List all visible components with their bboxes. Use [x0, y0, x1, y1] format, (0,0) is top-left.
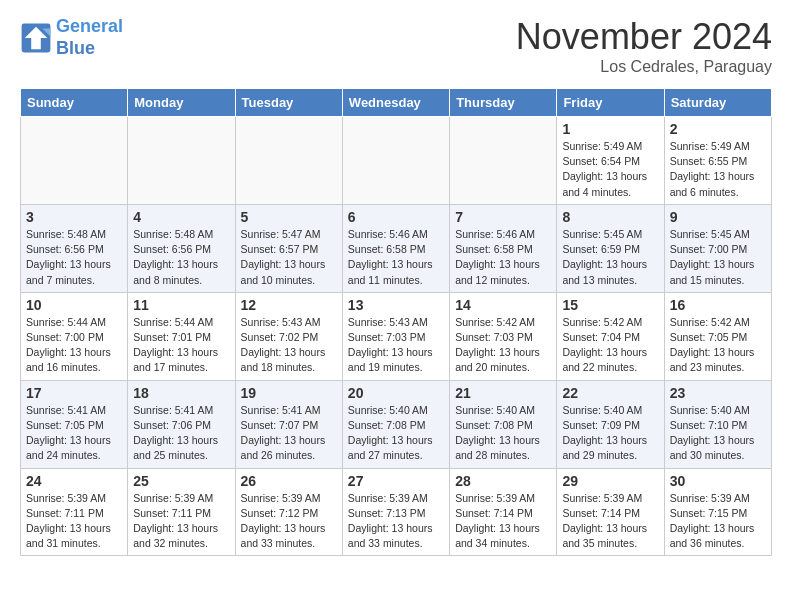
calendar-cell: 4Sunrise: 5:48 AMSunset: 6:56 PMDaylight…	[128, 204, 235, 292]
day-info: Sunrise: 5:39 AMSunset: 7:11 PMDaylight:…	[133, 491, 229, 552]
day-info: Sunrise: 5:41 AMSunset: 7:05 PMDaylight:…	[26, 403, 122, 464]
location: Los Cedrales, Paraguay	[516, 58, 772, 76]
calendar-cell: 30Sunrise: 5:39 AMSunset: 7:15 PMDayligh…	[664, 468, 771, 556]
calendar-cell: 13Sunrise: 5:43 AMSunset: 7:03 PMDayligh…	[342, 292, 449, 380]
day-info: Sunrise: 5:46 AMSunset: 6:58 PMDaylight:…	[348, 227, 444, 288]
day-info: Sunrise: 5:45 AMSunset: 7:00 PMDaylight:…	[670, 227, 766, 288]
col-thursday: Thursday	[450, 89, 557, 117]
day-info: Sunrise: 5:41 AMSunset: 7:07 PMDaylight:…	[241, 403, 337, 464]
day-info: Sunrise: 5:39 AMSunset: 7:13 PMDaylight:…	[348, 491, 444, 552]
day-number: 18	[133, 385, 229, 401]
day-number: 10	[26, 297, 122, 313]
day-number: 13	[348, 297, 444, 313]
day-number: 26	[241, 473, 337, 489]
calendar-cell	[342, 117, 449, 205]
day-number: 7	[455, 209, 551, 225]
calendar-cell: 11Sunrise: 5:44 AMSunset: 7:01 PMDayligh…	[128, 292, 235, 380]
week-row-2: 3Sunrise: 5:48 AMSunset: 6:56 PMDaylight…	[21, 204, 772, 292]
day-number: 6	[348, 209, 444, 225]
day-info: Sunrise: 5:39 AMSunset: 7:15 PMDaylight:…	[670, 491, 766, 552]
day-number: 16	[670, 297, 766, 313]
week-row-5: 24Sunrise: 5:39 AMSunset: 7:11 PMDayligh…	[21, 468, 772, 556]
day-info: Sunrise: 5:44 AMSunset: 7:01 PMDaylight:…	[133, 315, 229, 376]
calendar-cell: 6Sunrise: 5:46 AMSunset: 6:58 PMDaylight…	[342, 204, 449, 292]
day-info: Sunrise: 5:39 AMSunset: 7:14 PMDaylight:…	[455, 491, 551, 552]
day-info: Sunrise: 5:46 AMSunset: 6:58 PMDaylight:…	[455, 227, 551, 288]
day-number: 23	[670, 385, 766, 401]
day-number: 4	[133, 209, 229, 225]
day-number: 25	[133, 473, 229, 489]
calendar-cell: 24Sunrise: 5:39 AMSunset: 7:11 PMDayligh…	[21, 468, 128, 556]
logo-text: General Blue	[56, 16, 123, 59]
day-number: 22	[562, 385, 658, 401]
calendar-cell: 28Sunrise: 5:39 AMSunset: 7:14 PMDayligh…	[450, 468, 557, 556]
calendar-cell: 14Sunrise: 5:42 AMSunset: 7:03 PMDayligh…	[450, 292, 557, 380]
day-info: Sunrise: 5:40 AMSunset: 7:08 PMDaylight:…	[348, 403, 444, 464]
day-info: Sunrise: 5:43 AMSunset: 7:02 PMDaylight:…	[241, 315, 337, 376]
calendar-cell: 17Sunrise: 5:41 AMSunset: 7:05 PMDayligh…	[21, 380, 128, 468]
day-info: Sunrise: 5:40 AMSunset: 7:10 PMDaylight:…	[670, 403, 766, 464]
day-number: 27	[348, 473, 444, 489]
day-info: Sunrise: 5:42 AMSunset: 7:05 PMDaylight:…	[670, 315, 766, 376]
calendar-cell: 27Sunrise: 5:39 AMSunset: 7:13 PMDayligh…	[342, 468, 449, 556]
day-info: Sunrise: 5:44 AMSunset: 7:00 PMDaylight:…	[26, 315, 122, 376]
day-info: Sunrise: 5:49 AMSunset: 6:55 PMDaylight:…	[670, 139, 766, 200]
col-friday: Friday	[557, 89, 664, 117]
calendar-cell	[128, 117, 235, 205]
calendar-cell: 18Sunrise: 5:41 AMSunset: 7:06 PMDayligh…	[128, 380, 235, 468]
logo-line1: General	[56, 16, 123, 36]
day-info: Sunrise: 5:39 AMSunset: 7:14 PMDaylight:…	[562, 491, 658, 552]
calendar-cell: 9Sunrise: 5:45 AMSunset: 7:00 PMDaylight…	[664, 204, 771, 292]
day-info: Sunrise: 5:40 AMSunset: 7:08 PMDaylight:…	[455, 403, 551, 464]
calendar-cell	[235, 117, 342, 205]
calendar-cell: 21Sunrise: 5:40 AMSunset: 7:08 PMDayligh…	[450, 380, 557, 468]
calendar-cell	[21, 117, 128, 205]
calendar-cell: 26Sunrise: 5:39 AMSunset: 7:12 PMDayligh…	[235, 468, 342, 556]
col-monday: Monday	[128, 89, 235, 117]
calendar-cell	[450, 117, 557, 205]
day-number: 28	[455, 473, 551, 489]
logo-icon	[20, 22, 52, 54]
day-number: 14	[455, 297, 551, 313]
day-number: 11	[133, 297, 229, 313]
day-number: 8	[562, 209, 658, 225]
calendar-cell: 5Sunrise: 5:47 AMSunset: 6:57 PMDaylight…	[235, 204, 342, 292]
day-info: Sunrise: 5:40 AMSunset: 7:09 PMDaylight:…	[562, 403, 658, 464]
day-number: 20	[348, 385, 444, 401]
title-block: November 2024 Los Cedrales, Paraguay	[516, 16, 772, 76]
page: General Blue November 2024 Los Cedrales,…	[0, 0, 792, 572]
calendar-cell: 3Sunrise: 5:48 AMSunset: 6:56 PMDaylight…	[21, 204, 128, 292]
calendar-cell: 2Sunrise: 5:49 AMSunset: 6:55 PMDaylight…	[664, 117, 771, 205]
month-title: November 2024	[516, 16, 772, 58]
calendar-cell: 8Sunrise: 5:45 AMSunset: 6:59 PMDaylight…	[557, 204, 664, 292]
day-number: 15	[562, 297, 658, 313]
header: General Blue November 2024 Los Cedrales,…	[20, 16, 772, 76]
day-info: Sunrise: 5:42 AMSunset: 7:03 PMDaylight:…	[455, 315, 551, 376]
calendar-cell: 19Sunrise: 5:41 AMSunset: 7:07 PMDayligh…	[235, 380, 342, 468]
day-info: Sunrise: 5:39 AMSunset: 7:11 PMDaylight:…	[26, 491, 122, 552]
calendar-cell: 10Sunrise: 5:44 AMSunset: 7:00 PMDayligh…	[21, 292, 128, 380]
day-info: Sunrise: 5:48 AMSunset: 6:56 PMDaylight:…	[133, 227, 229, 288]
logo: General Blue	[20, 16, 123, 59]
week-row-1: 1Sunrise: 5:49 AMSunset: 6:54 PMDaylight…	[21, 117, 772, 205]
day-number: 30	[670, 473, 766, 489]
day-info: Sunrise: 5:39 AMSunset: 7:12 PMDaylight:…	[241, 491, 337, 552]
day-number: 29	[562, 473, 658, 489]
col-tuesday: Tuesday	[235, 89, 342, 117]
day-number: 12	[241, 297, 337, 313]
day-number: 17	[26, 385, 122, 401]
day-number: 24	[26, 473, 122, 489]
calendar-cell: 7Sunrise: 5:46 AMSunset: 6:58 PMDaylight…	[450, 204, 557, 292]
day-info: Sunrise: 5:48 AMSunset: 6:56 PMDaylight:…	[26, 227, 122, 288]
calendar-cell: 12Sunrise: 5:43 AMSunset: 7:02 PMDayligh…	[235, 292, 342, 380]
day-info: Sunrise: 5:41 AMSunset: 7:06 PMDaylight:…	[133, 403, 229, 464]
day-info: Sunrise: 5:42 AMSunset: 7:04 PMDaylight:…	[562, 315, 658, 376]
col-saturday: Saturday	[664, 89, 771, 117]
col-wednesday: Wednesday	[342, 89, 449, 117]
day-info: Sunrise: 5:47 AMSunset: 6:57 PMDaylight:…	[241, 227, 337, 288]
calendar-cell: 15Sunrise: 5:42 AMSunset: 7:04 PMDayligh…	[557, 292, 664, 380]
week-row-4: 17Sunrise: 5:41 AMSunset: 7:05 PMDayligh…	[21, 380, 772, 468]
logo-line2: Blue	[56, 38, 95, 58]
col-sunday: Sunday	[21, 89, 128, 117]
day-number: 9	[670, 209, 766, 225]
